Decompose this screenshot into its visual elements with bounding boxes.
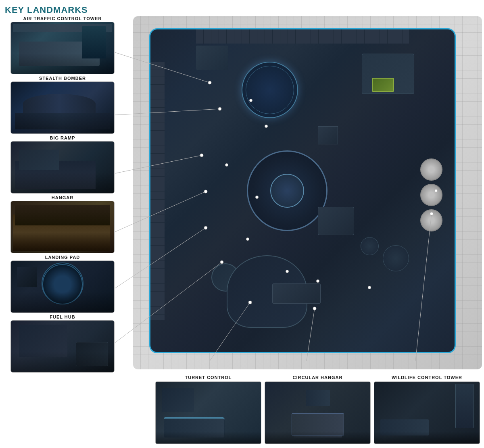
map-center-circle: [247, 150, 328, 231]
landmark-image-atc: [10, 22, 115, 74]
landmark-atc: AIR TRAFFIC CONTROL TOWER: [4, 16, 121, 74]
image-wildlife: [374, 381, 480, 444]
map-rect-2: [318, 126, 338, 144]
map-active: [149, 28, 456, 353]
map-rect-1: [318, 207, 354, 235]
map-highlight-box: [372, 78, 394, 92]
map-dot-circular: [368, 286, 371, 289]
map-top-rotunda: [242, 62, 298, 118]
map-container: [133, 16, 482, 369]
map-circle-2: [361, 237, 379, 255]
map-rect-3: [272, 283, 321, 304]
map-dot-fuel: [286, 270, 289, 273]
map-dot-turret: [316, 279, 319, 283]
landmark-image-stealth: [10, 81, 115, 134]
landmark-image-landing: [10, 260, 115, 313]
map-dot-wildlife: [434, 189, 438, 192]
page-title: KEY LANDMARKS: [5, 5, 88, 15]
map-dot-stealth: [265, 125, 268, 128]
image-turret: [155, 381, 261, 444]
map-blob-1: [420, 158, 442, 181]
map-dot-ramp: [225, 163, 228, 167]
landmark-label-stealth: STEALTH BOMBER: [39, 76, 86, 81]
landmark-image-hangar: [10, 201, 115, 253]
landmark-label-hangar: HANGAR: [52, 195, 73, 200]
bottom-section: TURRET CONTROL CIRCULAR HANGAR WILDLIFE …: [155, 375, 480, 444]
map-dot-landing: [246, 238, 249, 241]
bottom-images: [155, 381, 480, 444]
map-blob-3: [420, 209, 442, 231]
label-circular: CIRCULAR HANGAR: [265, 375, 371, 380]
landmark-image-fuel: [10, 320, 115, 373]
map-circle-1: [383, 245, 409, 271]
map-right-blobs: [420, 158, 442, 231]
landmark-label-landing: LANDING PAD: [45, 255, 80, 260]
map-dot-atc: [249, 99, 252, 102]
landmarks-sidebar: AIR TRAFFIC CONTROL TOWER STEALTH BOMBER…: [4, 16, 121, 373]
landmark-hangar: HANGAR: [4, 195, 121, 253]
landmark-landing: LANDING PAD: [4, 255, 121, 313]
landmark-label-atc: AIR TRAFFIC CONTROL TOWER: [23, 16, 102, 21]
landmark-fuel: FUEL HUB: [4, 315, 121, 373]
landmark-ramp: BIG RAMP: [4, 135, 121, 194]
bottom-labels: TURRET CONTROL CIRCULAR HANGAR WILDLIFE …: [155, 375, 480, 380]
map-structures: [150, 29, 455, 352]
map-struct-topleft: [196, 46, 228, 70]
landmark-image-ramp: [10, 141, 115, 194]
image-circular: [265, 381, 371, 444]
map-blob-2: [420, 184, 442, 206]
landmark-label-ramp: BIG RAMP: [50, 135, 75, 140]
landmark-label-fuel: FUEL HUB: [50, 315, 75, 319]
map-dot-hangar: [255, 196, 259, 199]
map-outer: [133, 16, 482, 369]
label-wildlife: WILDLIFE CONTROL TOWER: [374, 375, 480, 380]
label-turret: TURRET CONTROL: [155, 375, 261, 380]
landmark-stealth: STEALTH BOMBER: [4, 76, 121, 134]
